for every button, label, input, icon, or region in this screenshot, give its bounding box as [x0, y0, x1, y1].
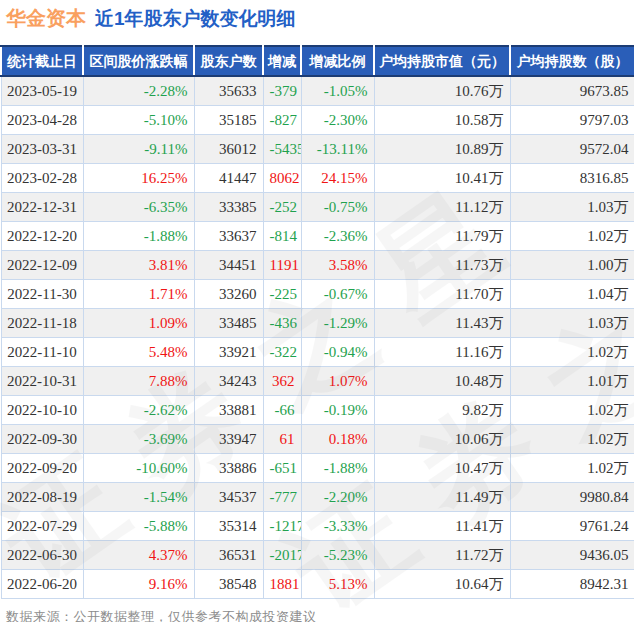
column-header-avg-shares: 户均持股数（股） [510, 46, 634, 76]
column-header-holder-count: 股东户数 [194, 46, 263, 76]
table-row: 2022-09-20-10.60%33886-651-1.88%10.47万1.… [1, 454, 634, 483]
cell-holder-delta: -66 [263, 396, 301, 425]
cell-date: 2022-09-30 [1, 425, 83, 454]
table-row: 2023-03-31-9.11%36012-5435-13.11%10.89万9… [1, 135, 634, 164]
table-row: 2022-12-20-1.88%33637-814-2.36%11.79万1.0… [1, 222, 634, 251]
cell-price-change-pct: 4.37% [83, 541, 194, 570]
cell-avg-shares: 9761.24 [510, 512, 634, 541]
cell-date: 2022-10-10 [1, 396, 83, 425]
cell-avg-market-value: 10.89万 [374, 135, 510, 164]
cell-avg-shares: 1.03万 [510, 193, 634, 222]
cell-avg-market-value: 10.76万 [374, 76, 510, 106]
cell-holder-count: 33921 [194, 338, 263, 367]
cell-holder-delta-pct: -5.23% [301, 541, 374, 570]
cell-avg-market-value: 11.79万 [374, 222, 510, 251]
cell-price-change-pct: -2.62% [83, 396, 194, 425]
cell-avg-shares: 1.02万 [510, 396, 634, 425]
cell-avg-market-value: 11.49万 [374, 483, 510, 512]
table-row: 2022-12-093.81%3445111913.58%11.73万1.00万 [1, 251, 634, 280]
column-header-holder-delta-pct: 增减比例 [301, 46, 374, 76]
cell-avg-shares: 1.03万 [510, 309, 634, 338]
cell-holder-delta: -322 [263, 338, 301, 367]
cell-price-change-pct: 9.16% [83, 570, 194, 599]
cell-holder-delta: -827 [263, 106, 301, 135]
cell-price-change-pct: -10.60% [83, 454, 194, 483]
cell-avg-shares: 1.02万 [510, 338, 634, 367]
cell-holder-count: 36531 [194, 541, 263, 570]
cell-holder-delta-pct: -1.29% [301, 309, 374, 338]
cell-holder-delta-pct: -0.94% [301, 338, 374, 367]
cell-avg-market-value: 11.43万 [374, 309, 510, 338]
cell-date: 2022-11-30 [1, 280, 83, 309]
cell-holder-count: 33385 [194, 193, 263, 222]
cell-holder-count: 38548 [194, 570, 263, 599]
table-row: 2023-04-28-5.10%35185-827-2.30%10.58万979… [1, 106, 634, 135]
column-header-holder-delta: 增减 [263, 46, 301, 76]
cell-avg-market-value: 11.72万 [374, 541, 510, 570]
cell-date: 2023-02-28 [1, 164, 83, 193]
cell-holder-count: 33886 [194, 454, 263, 483]
cell-holder-delta-pct: -1.05% [301, 76, 374, 106]
cell-holder-delta: -1217 [263, 512, 301, 541]
cell-price-change-pct: -9.11% [83, 135, 194, 164]
cell-date: 2022-10-31 [1, 367, 83, 396]
cell-price-change-pct: -5.88% [83, 512, 194, 541]
cell-holder-count: 35314 [194, 512, 263, 541]
cell-holder-count: 34243 [194, 367, 263, 396]
cell-holder-delta: -379 [263, 76, 301, 106]
cell-holder-delta: -5435 [263, 135, 301, 164]
cell-avg-market-value: 11.70万 [374, 280, 510, 309]
table-row: 2022-06-209.16%3854818815.13%10.64万8942.… [1, 570, 634, 599]
cell-avg-market-value: 11.73万 [374, 251, 510, 280]
cell-holder-delta-pct: 3.58% [301, 251, 374, 280]
page-title-text: 近1年股东户数变化明细 [95, 8, 296, 29]
cell-holder-count: 33881 [194, 396, 263, 425]
cell-date: 2022-09-20 [1, 454, 83, 483]
cell-avg-shares: 1.02万 [510, 425, 634, 454]
table-row: 2022-07-29-5.88%35314-1217-3.33%11.41万97… [1, 512, 634, 541]
cell-holder-delta-pct: 24.15% [301, 164, 374, 193]
shareholder-count-table: 统计截止日区间股价涨跌幅股东户数增减增减比例户均持股市值（元）户均持股数（股） … [0, 45, 634, 599]
cell-price-change-pct: 5.48% [83, 338, 194, 367]
cell-avg-shares: 1.00万 [510, 251, 634, 280]
cell-avg-shares: 1.04万 [510, 280, 634, 309]
cell-price-change-pct: -1.88% [83, 222, 194, 251]
cell-avg-shares: 1.02万 [510, 222, 634, 251]
cell-price-change-pct: -2.28% [83, 76, 194, 106]
cell-holder-count: 35633 [194, 76, 263, 106]
cell-holder-count: 33260 [194, 280, 263, 309]
cell-holder-count: 33485 [194, 309, 263, 338]
cell-holder-delta: 362 [263, 367, 301, 396]
cell-holder-delta-pct: -0.19% [301, 396, 374, 425]
cell-holder-count: 33637 [194, 222, 263, 251]
column-header-avg-market-value: 户均持股市值（元） [374, 46, 510, 76]
cell-holder-delta: -2017 [263, 541, 301, 570]
cell-holder-delta: 1191 [263, 251, 301, 280]
cell-date: 2022-06-20 [1, 570, 83, 599]
cell-holder-count: 36012 [194, 135, 263, 164]
cell-price-change-pct: -3.69% [83, 425, 194, 454]
cell-avg-market-value: 10.06万 [374, 425, 510, 454]
cell-holder-delta-pct: 5.13% [301, 570, 374, 599]
cell-price-change-pct: 3.81% [83, 251, 194, 280]
cell-holder-delta: -651 [263, 454, 301, 483]
cell-price-change-pct: 1.71% [83, 280, 194, 309]
cell-holder-delta-pct: 0.18% [301, 425, 374, 454]
stock-name: 华金资本 [6, 7, 86, 29]
cell-date: 2022-08-19 [1, 483, 83, 512]
cell-date: 2022-12-20 [1, 222, 83, 251]
data-source-note: 数据来源：公开数据整理，仅供参考不构成投资建议 [6, 608, 634, 622]
cell-price-change-pct: 1.09% [83, 309, 194, 338]
cell-holder-delta-pct: 1.07% [301, 367, 374, 396]
cell-holder-delta-pct: -13.11% [301, 135, 374, 164]
cell-holder-delta-pct: -2.36% [301, 222, 374, 251]
table-header-row: 统计截止日区间股价涨跌幅股东户数增减增减比例户均持股市值（元）户均持股数（股） [1, 46, 634, 76]
cell-avg-market-value: 10.47万 [374, 454, 510, 483]
cell-avg-market-value: 11.41万 [374, 512, 510, 541]
cell-date: 2022-07-29 [1, 512, 83, 541]
table-row: 2022-11-181.09%33485-436-1.29%11.43万1.03… [1, 309, 634, 338]
table-row: 2022-11-105.48%33921-322-0.94%11.16万1.02… [1, 338, 634, 367]
cell-date: 2023-05-19 [1, 76, 83, 106]
cell-holder-count: 35185 [194, 106, 263, 135]
table-row: 2022-08-19-1.54%34537-777-2.20%11.49万998… [1, 483, 634, 512]
